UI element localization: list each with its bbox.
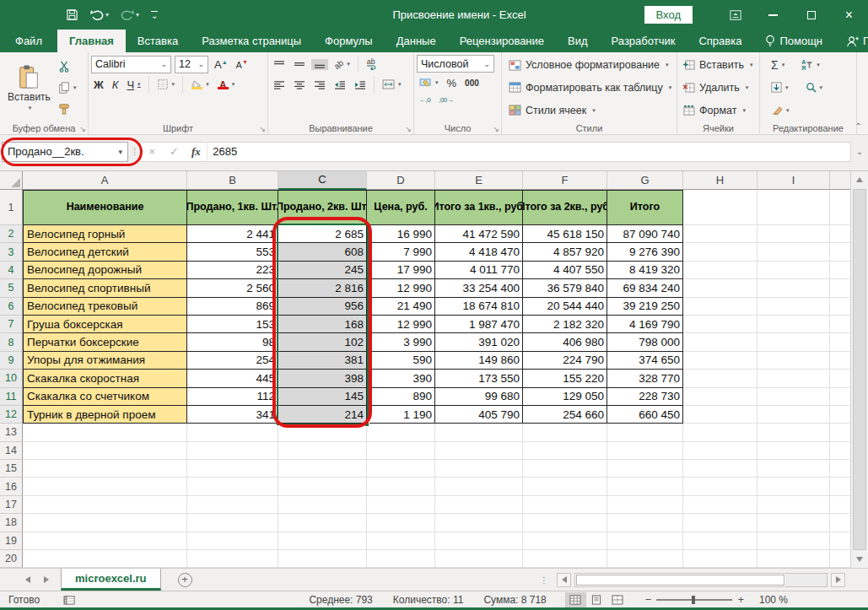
enter-entry-button[interactable]: ✓ xyxy=(163,145,185,158)
cell-E16[interactable] xyxy=(435,478,523,495)
sign-in-button[interactable]: Вход xyxy=(644,6,693,24)
clear-button[interactable] xyxy=(768,105,792,116)
cell-A6[interactable]: Велосипед трековый xyxy=(23,298,187,316)
cell-H13[interactable] xyxy=(683,424,757,441)
cell-G20[interactable] xyxy=(607,550,683,568)
cell-A4[interactable]: Велосипед дорожный xyxy=(23,262,187,279)
cell-C18[interactable] xyxy=(278,514,367,532)
italic-button[interactable]: К xyxy=(110,78,121,92)
cell-H18[interactable] xyxy=(683,514,757,532)
cell-F14[interactable] xyxy=(523,442,607,460)
cell-E4[interactable]: 4 011 770 xyxy=(435,262,523,279)
cell-D8[interactable]: 3 990 xyxy=(367,333,435,351)
cell-F11[interactable]: 129 050 xyxy=(523,388,607,406)
cell-G6[interactable]: 39 219 250 xyxy=(607,298,683,316)
cell-F7[interactable]: 2 182 320 xyxy=(523,316,607,333)
cell-C10[interactable]: 398 xyxy=(278,370,367,387)
cell-C3[interactable]: 608 xyxy=(278,243,367,261)
cell-D16[interactable] xyxy=(367,478,435,495)
autosum-button[interactable]: Σ xyxy=(768,57,787,73)
cell-F13[interactable] xyxy=(523,424,607,441)
cell-H6[interactable] xyxy=(683,298,757,316)
row-header-18[interactable]: 18 xyxy=(0,514,23,532)
cell-B7[interactable]: 153 xyxy=(187,316,278,333)
cell-C19[interactable] xyxy=(278,532,367,550)
cell-H12[interactable] xyxy=(683,406,757,424)
cell-I6[interactable] xyxy=(757,298,830,316)
cut-button[interactable] xyxy=(56,60,79,73)
row-header-9[interactable]: 9 xyxy=(0,352,23,370)
cell-B12[interactable]: 341 xyxy=(187,406,278,424)
cell-D13[interactable] xyxy=(367,424,435,441)
decrease-decimal-button[interactable]: ,00→ xyxy=(436,95,456,105)
cell-I14[interactable] xyxy=(757,442,830,460)
cell-E12[interactable]: 405 790 xyxy=(435,406,523,424)
cell-C15[interactable] xyxy=(278,460,367,478)
undo-dropdown[interactable]: ▾ xyxy=(105,11,109,19)
row-header-12[interactable]: 12 xyxy=(0,406,23,424)
redo-dropdown[interactable]: ▾ xyxy=(136,11,139,19)
redo-button[interactable]: ▾ xyxy=(121,9,139,21)
cell-H17[interactable] xyxy=(683,496,757,514)
row-header-20[interactable]: 20 xyxy=(0,550,23,568)
align-middle-button[interactable] xyxy=(291,59,308,70)
cell-B4[interactable]: 223 xyxy=(187,262,278,279)
cell-A5[interactable]: Велосипед спортивный xyxy=(23,279,187,297)
cell-C20[interactable] xyxy=(278,550,367,568)
tab-insert[interactable]: Вставка xyxy=(126,30,190,52)
cell-D20[interactable] xyxy=(367,550,435,568)
column-header-H[interactable]: H xyxy=(683,171,757,190)
percent-style-button[interactable]: % xyxy=(445,76,460,90)
table-header-cell-C[interactable]: Продано, 2кв. Шт. xyxy=(278,190,367,225)
name-box[interactable]: Продано__2кв. ▾ xyxy=(2,142,128,162)
row-header-7[interactable]: 7 xyxy=(0,316,23,333)
vertical-scrollbar[interactable] xyxy=(850,171,868,568)
cell-B20[interactable] xyxy=(187,550,278,568)
cell-F4[interactable]: 4 407 550 xyxy=(523,262,607,279)
cell-H7[interactable] xyxy=(683,316,757,333)
normal-view-button[interactable] xyxy=(565,592,586,607)
column-header-G[interactable]: G xyxy=(607,171,683,190)
increase-decimal-button[interactable]: ←,0 xyxy=(417,95,433,105)
cell-C16[interactable] xyxy=(278,478,367,495)
cell-D17[interactable] xyxy=(367,496,435,514)
assistant-tab[interactable]: Помощн xyxy=(753,35,834,47)
font-size-select[interactable]: 12⌄ xyxy=(175,56,208,73)
minimize-button[interactable] xyxy=(754,0,792,30)
cell-G2[interactable]: 87 090 740 xyxy=(607,225,683,243)
zoom-out-button[interactable]: − xyxy=(640,593,657,606)
row-header-19[interactable]: 19 xyxy=(0,532,23,550)
align-top-button[interactable] xyxy=(271,59,288,70)
cell-D11[interactable]: 890 xyxy=(367,388,435,406)
currency-format-button[interactable] xyxy=(417,77,441,89)
cancel-entry-button[interactable]: × xyxy=(141,145,163,158)
cell-H8[interactable] xyxy=(683,333,757,351)
cell-B5[interactable]: 2 560 xyxy=(187,279,278,297)
cell-I2[interactable] xyxy=(757,225,830,243)
cell-styles-button[interactable]: Стили ячеек xyxy=(509,101,674,120)
cell-F15[interactable] xyxy=(523,460,607,478)
cell-E15[interactable] xyxy=(435,460,523,478)
tab-home[interactable]: Главная xyxy=(57,30,126,52)
cell-A14[interactable] xyxy=(23,442,187,460)
cell-I3[interactable] xyxy=(757,243,830,261)
table-header-cell-E[interactable]: Итого за 1кв., руб. xyxy=(435,190,523,225)
cell-H14[interactable] xyxy=(683,442,757,460)
column-header-C[interactable]: C xyxy=(278,171,367,190)
formula-input[interactable]: 2685 xyxy=(207,142,851,162)
cell-I12[interactable] xyxy=(757,406,830,424)
cell-H1[interactable] xyxy=(683,190,757,225)
cell-I19[interactable] xyxy=(757,532,830,550)
conditional-formatting-button[interactable]: Условное форматирование xyxy=(509,56,674,74)
cell-H2[interactable] xyxy=(683,225,757,243)
number-dialog-launcher[interactable]: ↘ xyxy=(493,125,499,133)
cell-I16[interactable] xyxy=(757,478,830,495)
cell-F17[interactable] xyxy=(523,496,607,514)
cell-A7[interactable]: Груша боксерская xyxy=(23,316,187,333)
cell-I18[interactable] xyxy=(757,514,830,532)
scroll-left-button[interactable] xyxy=(557,573,571,587)
row-header-10[interactable]: 10 xyxy=(0,370,23,387)
row-header-8[interactable]: 8 xyxy=(0,333,23,351)
grow-font-button[interactable]: А▲ xyxy=(212,57,230,72)
cell-D7[interactable]: 12 990 xyxy=(367,316,435,333)
